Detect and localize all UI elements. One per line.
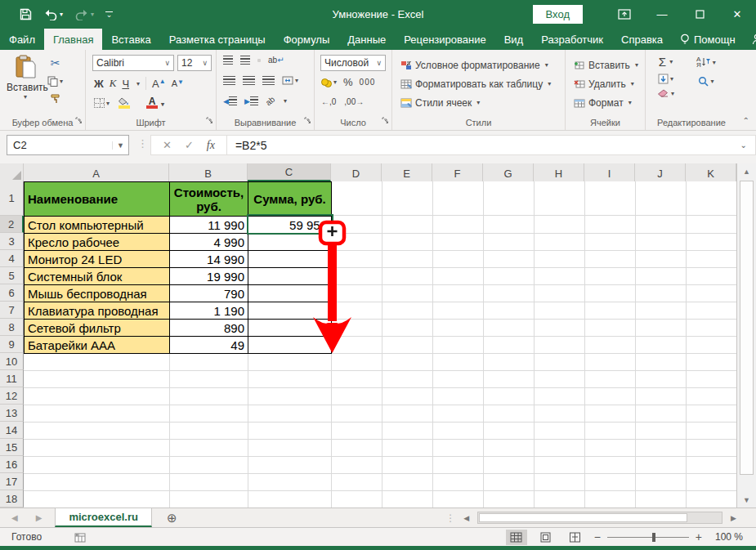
sheet-nav-left-icon[interactable]: ◀ bbox=[11, 513, 18, 522]
select-all-corner[interactable] bbox=[0, 163, 24, 181]
cell-b6[interactable]: 790 bbox=[170, 285, 248, 302]
name-box-dropdown-icon[interactable]: ▼ bbox=[112, 141, 128, 150]
align-left-icon[interactable] bbox=[223, 76, 235, 85]
find-select-button[interactable]: ▾ bbox=[696, 76, 716, 87]
cell-a5[interactable]: Системный блок bbox=[25, 268, 170, 285]
accounting-format-icon[interactable]: ▾ bbox=[321, 78, 337, 87]
cell-b2[interactable]: 11 990 bbox=[170, 217, 248, 234]
comma-style-button[interactable]: 000 bbox=[360, 78, 376, 87]
macro-record-icon[interactable] bbox=[74, 532, 86, 543]
cell-b7[interactable]: 1 190 bbox=[170, 302, 248, 320]
row-header-17[interactable]: 17 bbox=[0, 473, 24, 490]
vertical-scrollbar[interactable]: ▲ ▼ bbox=[736, 163, 756, 508]
row-header-6[interactable]: 6 bbox=[0, 284, 24, 302]
tab-page-layout[interactable]: Разметка страницы bbox=[160, 29, 275, 50]
font-size-combo[interactable]: 12∨ bbox=[177, 55, 212, 71]
horizontal-scrollbar[interactable]: ⋮ ◀ ▶ bbox=[445, 508, 756, 527]
conditional-formatting-button[interactable]: Условное форматирование▾ bbox=[400, 56, 551, 74]
underline-dropdown-icon[interactable]: ▾ bbox=[136, 80, 140, 87]
redo-button[interactable]: ▾ bbox=[74, 9, 94, 20]
sheet-tab-active[interactable]: microexcel.ru bbox=[55, 508, 152, 527]
grow-font-button[interactable]: А▲ bbox=[152, 78, 166, 90]
cut-icon[interactable]: ✂ bbox=[47, 56, 63, 69]
cancel-formula-icon[interactable]: ✕ bbox=[163, 139, 172, 151]
cell-b9[interactable]: 49 bbox=[170, 337, 248, 354]
zoom-out-icon[interactable]: − bbox=[594, 530, 601, 543]
cell-b3[interactable]: 4 990 bbox=[170, 234, 248, 251]
shrink-font-button[interactable]: А▼ bbox=[172, 78, 184, 88]
cell-c6[interactable] bbox=[248, 285, 332, 302]
row-header-10[interactable]: 10 bbox=[0, 353, 24, 370]
zoom-thumb[interactable] bbox=[652, 533, 655, 542]
column-header-a[interactable]: A bbox=[24, 163, 169, 181]
tab-insert[interactable]: Вставка bbox=[102, 29, 159, 50]
copy-icon[interactable]: ▾ bbox=[47, 76, 63, 87]
increase-indent-icon[interactable]: ▶ bbox=[244, 96, 258, 105]
cell-a2[interactable]: Стол компьютерный bbox=[25, 217, 170, 234]
row-header-3[interactable]: 3 bbox=[0, 233, 24, 250]
horizontal-scroll-thumb[interactable] bbox=[479, 513, 687, 522]
align-top-icon[interactable] bbox=[223, 56, 233, 65]
row-header-16[interactable]: 16 bbox=[0, 456, 24, 473]
sign-in-button[interactable]: Вход bbox=[533, 5, 583, 24]
column-header-g[interactable]: G bbox=[483, 163, 534, 181]
scroll-up-icon[interactable]: ▲ bbox=[737, 163, 756, 179]
clipboard-dialog-launcher-icon[interactable] bbox=[75, 115, 83, 127]
view-normal-icon[interactable] bbox=[506, 530, 527, 545]
column-header-j[interactable]: J bbox=[635, 163, 686, 181]
row-header-18[interactable]: 18 bbox=[0, 490, 24, 508]
redo-dropdown-icon[interactable]: ▾ bbox=[91, 11, 94, 18]
cell-b1[interactable]: Стоимость, руб. bbox=[170, 182, 248, 217]
cell-styles-button[interactable]: Стили ячеек▾ bbox=[400, 94, 551, 111]
merge-center-icon[interactable]: ▾ bbox=[282, 76, 298, 85]
expand-formula-bar-icon[interactable]: ⌄ bbox=[740, 141, 755, 150]
cell-c3[interactable] bbox=[248, 234, 332, 251]
close-button[interactable]: ✕ bbox=[718, 0, 756, 29]
tab-view[interactable]: Вид bbox=[495, 29, 533, 50]
formula-input[interactable]: =B2*5 bbox=[227, 139, 740, 152]
customize-qat-icon[interactable]: ⌄ bbox=[105, 11, 113, 17]
cell-a8[interactable]: Сетевой фильтр bbox=[25, 320, 170, 337]
row-header-4[interactable]: 4 bbox=[0, 250, 24, 267]
row-header-14[interactable]: 14 bbox=[0, 422, 24, 439]
italic-button[interactable]: К bbox=[110, 77, 117, 90]
horizontal-scroll-track[interactable] bbox=[477, 512, 722, 524]
number-format-combo[interactable]: Числовой∨ bbox=[320, 55, 386, 71]
insert-cells-button[interactable]: Вставить▾ bbox=[574, 56, 638, 74]
ribbon-display-options-icon[interactable] bbox=[606, 0, 643, 29]
cell-c4[interactable] bbox=[248, 251, 332, 268]
number-dialog-launcher-icon[interactable] bbox=[382, 115, 389, 127]
borders-button[interactable]: ▾ bbox=[94, 98, 110, 108]
fill-color-button[interactable]: ▾ bbox=[118, 97, 130, 109]
insert-function-icon[interactable]: fx bbox=[207, 139, 215, 152]
zoom-in-icon[interactable]: + bbox=[696, 530, 702, 543]
formula-bar-grip[interactable]: ⋮ bbox=[137, 137, 148, 150]
sort-filter-button[interactable]: АЯ ▾ bbox=[696, 56, 716, 68]
row-header-5[interactable]: 5 bbox=[0, 267, 24, 284]
minimize-button[interactable]: — bbox=[643, 0, 681, 29]
row-header-8[interactable]: 8 bbox=[0, 319, 24, 336]
decrease-decimal-icon[interactable]: ,00→ bbox=[344, 97, 364, 106]
cell-c5[interactable] bbox=[248, 268, 332, 285]
cell-c8[interactable] bbox=[248, 320, 332, 337]
font-dialog-launcher-icon[interactable] bbox=[206, 115, 213, 127]
paste-dropdown-icon[interactable]: ▾ bbox=[7, 93, 44, 101]
column-header-e[interactable]: E bbox=[382, 163, 432, 181]
cell-a9[interactable]: Батарейки AAA bbox=[25, 337, 170, 354]
enter-formula-icon[interactable]: ✓ bbox=[185, 139, 194, 151]
align-bottom-icon[interactable] bbox=[257, 59, 261, 62]
row-header-15[interactable]: 15 bbox=[0, 439, 24, 456]
vertical-scroll-thumb[interactable] bbox=[740, 181, 754, 475]
cell-b8[interactable]: 890 bbox=[170, 320, 248, 337]
cell-c7[interactable] bbox=[248, 302, 332, 320]
cell-a3[interactable]: Кресло рабочее bbox=[25, 234, 170, 251]
tab-home[interactable]: Главная bbox=[44, 29, 102, 50]
tab-data[interactable]: Данные bbox=[338, 29, 395, 50]
column-header-k[interactable]: K bbox=[686, 163, 736, 181]
autosum-button[interactable]: Σ▾ bbox=[657, 55, 674, 69]
cell-a4[interactable]: Монитор 24 LED bbox=[25, 251, 170, 268]
tab-file[interactable]: Файл bbox=[0, 29, 44, 50]
column-header-i[interactable]: I bbox=[584, 163, 635, 181]
tab-formulas[interactable]: Формулы bbox=[275, 29, 339, 50]
fill-button[interactable]: ▾ bbox=[657, 74, 674, 84]
